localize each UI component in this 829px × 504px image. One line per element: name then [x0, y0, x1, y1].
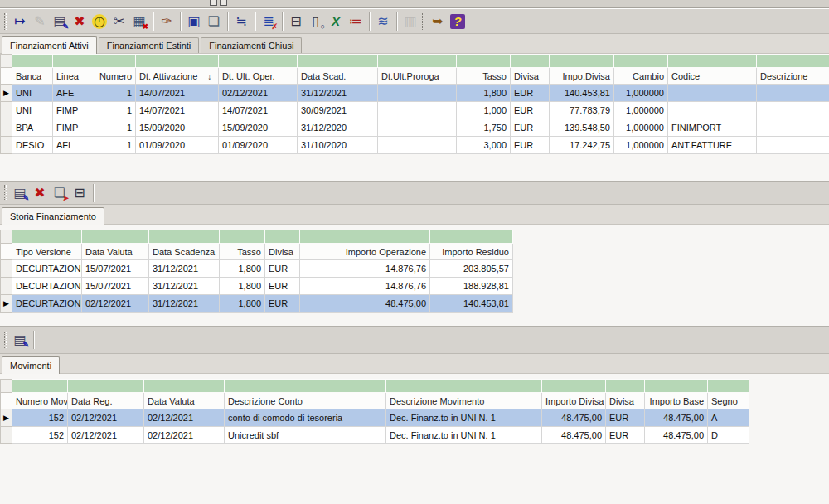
cell[interactable]: 15/09/2020 — [219, 119, 298, 137]
cell[interactable]: FIMP — [53, 102, 90, 119]
cell[interactable]: UNI — [12, 102, 53, 119]
cell[interactable]: 01/09/2020 — [219, 137, 298, 154]
grid-row[interactable]: UNIFIMP114/07/202114/07/202130/09/20211,… — [1, 102, 829, 119]
cell[interactable]: 02/12/2021 — [82, 295, 149, 313]
cell[interactable]: 139.548,50 — [550, 119, 614, 137]
row-selector[interactable]: ▶ — [1, 85, 12, 102]
cell[interactable]: 15/07/2021 — [82, 278, 149, 295]
cell[interactable]: 31/12/2021 — [149, 295, 220, 313]
cell[interactable]: Unicredit sbf — [225, 427, 386, 444]
cell[interactable]: 14/07/2021 — [136, 85, 219, 102]
cell[interactable]: 1 — [90, 119, 136, 137]
column-header[interactable]: Numero — [90, 68, 136, 85]
cell[interactable]: 203.805,57 — [430, 260, 513, 278]
grid-row[interactable]: ▶UNIAFE114/07/202102/12/202131/12/20211,… — [1, 85, 829, 102]
cell[interactable]: 1,800 — [220, 260, 265, 278]
cell[interactable]: 1,000000 — [614, 102, 668, 119]
column-header[interactable]: Data Scad. — [298, 68, 378, 85]
cell[interactable]: 188.928,81 — [430, 278, 513, 295]
column-header[interactable]: Data Valuta — [82, 244, 149, 260]
cell[interactable]: 14.876,76 — [300, 278, 430, 295]
column-header[interactable]: Data Valuta — [144, 393, 225, 410]
cell[interactable] — [378, 85, 457, 102]
cell[interactable]: AFE — [53, 85, 90, 102]
delete-grid-icon[interactable]: ▦✖ — [129, 12, 149, 32]
row-selector[interactable] — [1, 427, 12, 444]
column-header[interactable]: Banca — [12, 68, 53, 85]
cell[interactable]: 1,800 — [220, 295, 265, 313]
cell[interactable]: 1 — [90, 137, 136, 154]
cell[interactable]: EUR — [511, 119, 550, 137]
compare-icon[interactable]: ≒ — [231, 12, 251, 32]
cell[interactable]: 1,750 — [457, 119, 511, 137]
list-icon[interactable]: ≔ — [346, 12, 366, 32]
cell[interactable]: 77.783,79 — [550, 102, 614, 119]
cell[interactable]: EUR — [511, 137, 550, 154]
grid-row[interactable]: BPAFIMP115/09/202015/09/202031/12/20201,… — [1, 119, 829, 137]
tab-movimenti[interactable]: Movimenti — [2, 356, 60, 374]
cell[interactable] — [378, 102, 457, 119]
database-icon[interactable]: ≋ — [373, 12, 393, 32]
cell[interactable]: EUR — [606, 410, 645, 427]
cell[interactable]: 48.475,00 — [645, 410, 708, 427]
cell[interactable]: 31/12/2021 — [149, 260, 220, 278]
cell[interactable]: 02/12/2021 — [68, 427, 144, 444]
grid-row[interactable]: ▶DECURTAZIONE02/12/202131/12/20211,800EU… — [1, 295, 513, 313]
cell[interactable]: 48.475,00 — [542, 427, 606, 444]
delete-record-icon[interactable]: ✖ — [30, 183, 50, 203]
column-header[interactable]: Divisa — [265, 244, 300, 260]
print-icon[interactable]: ⊟ — [70, 183, 90, 203]
column-header[interactable]: Dt. Ult. Oper. — [219, 68, 298, 85]
cell[interactable]: DECURTAZIONE — [12, 278, 82, 295]
column-header[interactable]: Tasso — [457, 68, 511, 85]
cell[interactable]: 1 — [90, 85, 136, 102]
cell[interactable]: 1,000000 — [614, 137, 668, 154]
row-selector[interactable] — [1, 102, 12, 119]
cell[interactable] — [757, 119, 829, 137]
cell[interactable]: DESIO — [12, 137, 53, 154]
properties-icon[interactable]: ▤✎ — [10, 330, 30, 350]
cell[interactable]: 1,000000 — [614, 119, 668, 137]
cell[interactable]: Dec. Finanz.to in UNI N. 1 — [386, 427, 542, 444]
cell[interactable]: 31/10/2020 — [298, 137, 378, 154]
cell[interactable]: 31/12/2020 — [298, 119, 378, 137]
print-icon[interactable]: ⊟ — [286, 12, 306, 32]
column-header[interactable]: Segno — [708, 393, 749, 410]
grid-row[interactable]: DESIOAFI101/09/202001/09/202031/10/20203… — [1, 137, 829, 154]
history-clock-icon[interactable]: ◷ — [90, 12, 109, 32]
column-header[interactable]: Cambio — [614, 68, 668, 85]
cell[interactable]: 152 — [12, 427, 68, 444]
row-selector[interactable]: ▶ — [1, 410, 12, 427]
cell[interactable]: 02/12/2021 — [144, 427, 225, 444]
tab-finanziamenti-chiusi[interactable]: Finanziamenti Chiusi — [201, 37, 302, 53]
cell[interactable]: 15/07/2021 — [82, 260, 149, 278]
restore-icon[interactable] — [210, 0, 217, 6]
window-icon[interactable]: ▣ — [184, 12, 204, 32]
column-header[interactable]: Divisa — [511, 68, 550, 85]
column-header[interactable]: Impo.Divisa — [550, 68, 614, 85]
cell[interactable]: 01/09/2020 — [136, 137, 219, 154]
print-preview-icon[interactable]: ▯○ — [306, 12, 326, 32]
column-header[interactable]: Importo Operazione — [300, 244, 430, 260]
cell[interactable]: 140.453,81 — [550, 85, 614, 102]
cell[interactable]: 48.475,00 — [542, 410, 606, 427]
cell[interactable]: 02/12/2021 — [219, 85, 298, 102]
cell[interactable]: 152 — [12, 410, 68, 427]
column-header[interactable]: Importo Residuo — [430, 244, 513, 260]
cell[interactable]: 17.242,75 — [550, 137, 614, 154]
column-header[interactable]: Divisa — [606, 393, 645, 410]
copy-icon[interactable]: ❏ — [204, 12, 224, 32]
maximize-icon[interactable] — [220, 0, 227, 6]
column-header[interactable]: Dt. Attivazione↓ — [136, 68, 219, 85]
cell[interactable]: 15/09/2020 — [136, 119, 219, 137]
cell[interactable]: A — [708, 410, 749, 427]
cell[interactable]: EUR — [265, 295, 300, 313]
cell[interactable]: 14/07/2021 — [219, 102, 298, 119]
cut-icon[interactable]: ✂ — [109, 12, 129, 32]
cell[interactable]: 1,000000 — [614, 85, 668, 102]
multiline-check-icon[interactable]: ≣✗ — [259, 12, 279, 32]
grid-row[interactable]: ▶15202/12/202102/12/2021conto di comodo … — [1, 410, 749, 427]
column-header[interactable]: Importo Base — [645, 393, 708, 410]
column-header[interactable]: Linea — [53, 68, 90, 85]
column-header[interactable]: Codice — [668, 68, 757, 85]
